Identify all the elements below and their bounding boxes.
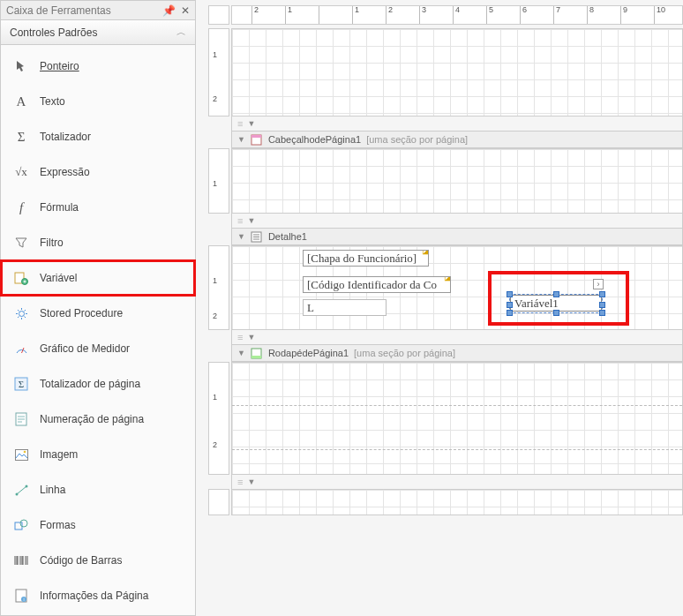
svg-point-2 [19,311,24,316]
tool-stored-procedure[interactable]: Stored Procedure [1,296,195,331]
tool-label: Fórmula [40,201,79,214]
horizontal-ruler[interactable] [231,5,683,25]
image-icon [13,449,29,461]
field-l[interactable]: L [303,299,387,316]
svg-rect-16 [251,135,261,138]
grip-icon[interactable]: ≡ [237,118,242,129]
tool-label: Totalizador de página [40,378,140,390]
smart-tag-icon[interactable]: ◪ [444,276,451,282]
close-icon[interactable]: ✕ [181,4,190,17]
vertical-ruler-bottom[interactable] [208,489,229,515]
svg-point-7 [23,450,26,453]
page-header-icon [251,133,263,146]
tool-label: Numeração de página [40,413,144,425]
section-detail-body[interactable]: [Chapa do Funcionário] ◪ [Código Identif… [231,245,683,330]
section-footer-body[interactable] [231,362,683,475]
tool-label: Código de Barras [40,554,122,567]
tool-label: Gráfico de Medidor [40,342,130,355]
sigma-icon: Σ [13,130,29,145]
tool-pointer[interactable]: Ponteiro [1,49,195,84]
tool-shapes[interactable]: Formas [1,507,195,543]
tool-expression[interactable]: √x Expressão [1,154,195,190]
variable-icon [13,271,29,285]
tool-label: Ponteiro [40,60,79,72]
margin-bottom-area[interactable] [231,489,683,515]
toolbox-category-header[interactable]: Controles Padrões ︿ [1,20,195,45]
field-text: [Código Identificador da Co [307,278,437,291]
toolbox-category-label: Controles Padrões [10,26,97,39]
field-text: [Chapa do Funcionário] [307,252,417,265]
section-name: RodapédePágina1 [268,348,349,358]
page-footer-icon [251,347,263,359]
page-sigma-icon: Σ [13,377,29,391]
tool-label: Stored Procedure [40,307,123,319]
section-detail-bar[interactable]: ▼ Detalhe1 [231,228,683,245]
pin-icon[interactable]: 📌 [162,4,176,17]
tool-label: Imagem [40,448,78,461]
tool-label: Informações da Página [40,590,148,602]
tool-gauge[interactable]: Gráfico de Medidor [1,331,195,366]
svg-point-8 [15,492,18,495]
formula-icon: f [13,200,29,215]
toolbox-title-bar: Caixa de Ferramentas 📌 ✕ [1,1,195,20]
grip-icon[interactable]: ≡ [237,215,242,226]
sqrt-icon: √x [13,165,29,179]
tool-label: Variável [40,272,77,284]
margin-top-area[interactable] [231,28,683,116]
tool-formula[interactable]: f Fórmula [1,190,195,225]
field-chapa[interactable]: [Chapa do Funcionário] ◪ [303,250,429,267]
vertical-ruler-top[interactable]: 1 2 [208,28,229,116]
tool-page-number[interactable]: Numeração de página [1,402,195,437]
line-icon [13,484,29,497]
tool-totalizer[interactable]: Σ Totalizador [1,119,195,154]
tool-line[interactable]: Linha [1,472,195,507]
tool-page-totalizer[interactable]: Σ Totalizador de página [1,366,195,402]
tool-image[interactable]: Imagem [1,437,195,472]
tool-label: Formas [40,519,76,531]
field-codigo[interactable]: [Código Identificador da Co ◪ [303,276,451,293]
tool-filter[interactable]: Filtro [1,225,195,260]
pointer-icon [13,60,29,72]
text-icon: A [13,94,29,109]
section-hint: [uma seção por página] [366,134,468,145]
svg-point-11 [20,520,27,527]
section-name: CabeçalhodePágina1 [268,134,361,145]
tool-page-info[interactable]: i Informações da Página [1,578,195,613]
triangle-down-icon: ▼ [237,232,245,241]
annotation-highlight [488,271,629,326]
toolbox-title: Caixa de Ferramentas [6,4,111,17]
collapse-icon[interactable]: ▼ [247,477,255,486]
section-footer-bar[interactable]: ▼ RodapédePágina1 [uma seção por página] [231,344,683,362]
section-hint: [uma seção por página] [354,348,455,358]
collapse-icon[interactable]: ▼ [247,119,255,128]
grip-icon[interactable]: ≡ [237,332,242,342]
shapes-icon [13,519,29,531]
tool-label: Expressão [40,166,90,178]
filter-icon [13,237,29,249]
tool-label: Linha [40,484,65,496]
detail-icon [251,230,263,243]
field-text: L [307,301,314,314]
grip-icon[interactable]: ≡ [237,477,242,487]
triangle-down-icon: ▼ [237,349,245,357]
section-header-body[interactable] [231,148,683,214]
svg-text:i: i [23,597,24,602]
gear-icon [13,307,29,320]
gauge-icon [13,342,29,356]
vertical-ruler-header[interactable]: 1 [208,148,229,214]
smart-tag-icon[interactable]: ◪ [422,250,429,255]
tool-text[interactable]: A Texto [1,84,195,119]
barcode-icon [13,555,29,566]
collapse-icon[interactable]: ▼ [247,216,255,225]
vertical-ruler-footer[interactable]: 1 2 [208,362,229,475]
section-header-bar[interactable]: ▼ CabeçalhodePágina1 [uma seção por pági… [231,131,683,148]
tool-variable[interactable]: Variável [1,260,195,296]
tool-label: Totalizador [40,131,91,143]
tool-barcode[interactable]: Código de Barras [1,543,195,578]
toolbox-list: Ponteiro A Texto Σ Totalizador √x Expres… [1,45,195,616]
triangle-down-icon: ▼ [237,135,245,144]
toolbox-panel: Caixa de Ferramentas 📌 ✕ Controles Padrõ… [0,0,196,616]
chevron-up-icon: ︿ [176,26,186,39]
collapse-icon[interactable]: ▼ [247,333,255,342]
vertical-ruler-detail[interactable]: 1 2 [208,245,229,330]
